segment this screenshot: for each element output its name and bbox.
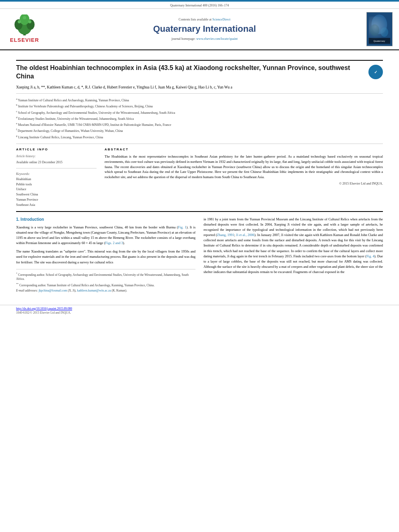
sciencedirect-link[interactable]: ScienceDirect <box>212 18 230 21</box>
intro-para-1: Xiaodong is a very large rockshelter in … <box>16 225 195 246</box>
cover-svg: Quaternary <box>367 12 392 46</box>
intro-para-right-1: in 1981 by a joint team from the Yunnan … <box>204 217 383 275</box>
keywords-label: Keywords: <box>16 172 97 176</box>
footnotes-block: * Corresponding author. School of Geogra… <box>16 269 195 293</box>
affiliation-f: f Department Archaeology, College of Hum… <box>16 127 383 133</box>
elsevier-brand-text: ELSEVIER <box>10 37 39 44</box>
affiliations-divider <box>16 144 383 144</box>
history-label: Article history: <box>16 154 97 158</box>
elsevier-tree-icon <box>10 14 39 37</box>
affiliation-a: a Yunnan Institute of Cultural Relics an… <box>16 97 383 103</box>
authors-line: Xueping Ji a, b, **, Kathleen Kuman c, d… <box>16 85 383 90</box>
affiliations-block: a Yunnan Institute of Cultural Relics an… <box>16 97 383 140</box>
svg-text:Quaternary: Quaternary <box>374 40 385 42</box>
journal-header: ELSEVIER Contents lists available at Sci… <box>0 9 399 50</box>
history-divider <box>16 168 97 168</box>
footnote-dblstar: ** Corresponding author. Yunnan Institut… <box>16 282 195 288</box>
email-kuman-link[interactable]: kathleen.kuman@wits.ac.za <box>77 289 111 292</box>
journal-bar: Quaternary International 400 (2016) 166–… <box>0 2 399 9</box>
svg-point-10 <box>370 25 379 36</box>
svg-point-9 <box>372 14 387 34</box>
fig1-link[interactable]: Fig. 1 <box>178 225 187 229</box>
ref-zhang-link[interactable]: Zhang, 1991 <box>217 233 234 237</box>
doi-link[interactable]: http://dx.doi.org/10.1016/j.quaint.2015.… <box>16 307 383 311</box>
article-title: ✓ The oldest Hoabinhian technocomplex in… <box>16 64 383 81</box>
footnote-email: E-mail addresses: jkpchina@foxmail.com (… <box>16 289 195 293</box>
article-info-abstract: ARTICLE INFO Article history: Available … <box>16 147 383 208</box>
journal-cover-image: Quaternary <box>366 12 393 46</box>
affiliation-e: e Muséum National d'Histoire Naturelle, … <box>16 121 383 127</box>
svg-point-7 <box>23 16 26 19</box>
homepage-line: journal homepage: www.elsevier.com/locat… <box>47 37 362 41</box>
svg-rect-12 <box>369 38 390 44</box>
issn-text: 1040-6182/© 2015 Elsevier Ltd and INQUA. <box>16 311 383 315</box>
contents-line: Contents lists available at ScienceDirec… <box>47 17 362 22</box>
article-info-header: ARTICLE INFO <box>16 147 97 152</box>
ref-ji2006-link[interactable]: Ji et al., 2006 <box>236 233 255 237</box>
figs23-link[interactable]: Figs. 2 and 3 <box>105 241 123 245</box>
affiliation-g: g Lincang Institute Cultural Relics, Lin… <box>16 134 383 140</box>
journal-main-title: Quaternary International <box>47 23 362 35</box>
svg-point-5 <box>18 20 21 23</box>
affiliation-b: b Institute for Vertebrate Paleontology … <box>16 103 383 109</box>
journal-title-center: Contents lists available at ScienceDirec… <box>47 17 362 41</box>
journal-homepage-link[interactable]: www.elsevier.com/locate/quaint <box>196 37 238 41</box>
affiliation-d: d Evolutionary Studies Institute, Univer… <box>16 115 383 121</box>
svg-rect-8 <box>367 12 392 45</box>
svg-point-11 <box>380 27 388 37</box>
journal-citation: Quaternary International 400 (2016) 166–… <box>170 4 229 7</box>
copyright-line: © 2015 Elsevier Ltd and INQUA. <box>105 181 383 186</box>
intro-right-column: in 1981 by a joint team from the Yunnan … <box>204 217 383 294</box>
email-ji-link[interactable]: jkpchina@foxmail.com <box>39 289 67 292</box>
abstract-text: The Hoabinhian is the most representativ… <box>105 154 383 180</box>
abstract-header: ABSTRACT <box>105 147 383 152</box>
elsevier-logo: ELSEVIER <box>6 14 43 44</box>
crossmark-badge: ✓ <box>368 65 383 79</box>
footer-bar: http://dx.doi.org/10.1016/j.quaint.2015.… <box>0 305 399 317</box>
intro-left-column: 1. Introduction Xiaodong is a very large… <box>16 217 195 294</box>
header-divider <box>16 60 383 61</box>
intro-para-2: The name Xiaodong translates as "saltpet… <box>16 249 195 265</box>
svg-point-6 <box>28 20 31 23</box>
fig4-link[interactable]: Fig. 4 <box>366 254 374 258</box>
abstract-column: ABSTRACT The Hoabinhian is the most repr… <box>105 147 383 208</box>
article-info-column: ARTICLE INFO Article history: Available … <box>16 147 97 208</box>
crossmark-icon: ✓ <box>368 65 383 79</box>
available-online: Available online 23 December 2015 <box>16 160 97 164</box>
affiliation-c: c School of Geography, Archaeology and E… <box>16 109 383 115</box>
abstract-body-divider <box>16 211 383 212</box>
footnote-star: * Corresponding author. School of Geogra… <box>16 272 195 281</box>
keywords-list: Hoabinhian Pebble tools Uniface Southwes… <box>16 177 97 208</box>
authors-divider <box>16 93 383 94</box>
introduction-section: 1. Introduction Xiaodong is a very large… <box>16 217 383 294</box>
article-content: ✓ The oldest Hoabinhian technocomplex in… <box>0 50 399 301</box>
introduction-heading: 1. Introduction <box>16 217 195 222</box>
